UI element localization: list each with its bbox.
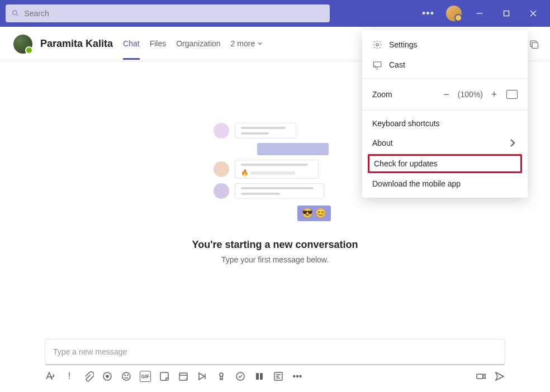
settings-dropdown: Settings Cast Zoom − (100%) + Keyboard s… — [362, 30, 528, 198]
svg-rect-32 — [477, 374, 483, 379]
tab-organization[interactable]: Organization — [176, 28, 220, 60]
svg-text:+: + — [185, 376, 188, 381]
menu-cast-label: Cast — [389, 60, 405, 69]
priority-button[interactable]: ! — [64, 371, 75, 382]
menu-check-updates-label: Check for updates — [374, 159, 438, 168]
menu-zoom: Zoom − (100%) + — [362, 82, 528, 107]
praise-button[interactable] — [216, 371, 227, 382]
loop-button[interactable] — [102, 371, 113, 382]
emoji-button[interactable] — [121, 371, 132, 382]
search-icon — [11, 9, 20, 18]
svg-marker-34 — [496, 372, 504, 380]
schedule-button[interactable]: + — [178, 371, 189, 382]
popout-icon[interactable] — [529, 39, 539, 49]
send-button[interactable] — [494, 371, 505, 382]
user-avatar[interactable] — [446, 6, 462, 21]
menu-download-mobile[interactable]: Download the mobile app — [362, 174, 528, 193]
chevron-down-icon — [257, 41, 263, 46]
menu-download-label: Download the mobile app — [372, 179, 461, 188]
svg-marker-22 — [199, 373, 205, 380]
zoom-out-button[interactable]: − — [440, 88, 453, 101]
menu-check-updates[interactable]: Check for updates — [369, 156, 520, 171]
menu-about[interactable]: About — [362, 133, 528, 153]
svg-rect-27 — [260, 373, 263, 380]
menu-about-label: About — [372, 138, 393, 147]
search-input[interactable] — [24, 9, 324, 18]
menu-divider — [362, 78, 528, 79]
maximize-button[interactable] — [494, 1, 519, 26]
svg-rect-3 — [504, 11, 509, 16]
svg-marker-33 — [483, 374, 485, 379]
minimize-button[interactable] — [467, 1, 492, 26]
tab-more-label: 2 more — [231, 39, 255, 48]
camera-button[interactable] — [475, 371, 486, 382]
compose-input[interactable]: Type a new message — [45, 339, 505, 365]
approval-button[interactable] — [235, 371, 246, 382]
svg-rect-26 — [256, 373, 259, 380]
tab-files[interactable]: Files — [150, 28, 167, 60]
illustration: 🔥 😎 😊 — [214, 123, 336, 223]
format-button[interactable] — [45, 371, 56, 382]
svg-line-1 — [17, 15, 18, 16]
poll-button[interactable] — [273, 371, 284, 382]
menu-settings[interactable]: Settings — [362, 35, 528, 55]
zoom-percent: (100%) — [458, 90, 483, 99]
zoom-label: Zoom — [372, 90, 440, 99]
tab-more[interactable]: 2 more — [231, 28, 263, 60]
menu-cast[interactable]: Cast — [362, 55, 528, 75]
svg-point-16 — [125, 375, 125, 375]
compose-area: Type a new message ! GIF + ••• — [45, 339, 505, 382]
title-bar: ••• — [0, 0, 550, 27]
svg-point-17 — [127, 375, 128, 375]
attach-button[interactable] — [83, 371, 94, 382]
gear-icon — [372, 40, 382, 50]
contact-avatar[interactable] — [13, 35, 32, 54]
menu-settings-label: Settings — [389, 40, 418, 49]
highlight-box: Check for updates — [368, 154, 522, 173]
svg-rect-12 — [373, 62, 381, 67]
more-button[interactable]: ••• — [292, 371, 303, 382]
svg-rect-10 — [532, 42, 538, 49]
svg-point-15 — [122, 372, 130, 380]
gif-button[interactable]: GIF — [140, 371, 151, 382]
svg-point-14 — [106, 375, 108, 377]
svg-rect-18 — [160, 372, 168, 380]
empty-subtitle: Type your first message below. — [192, 255, 358, 264]
zoom-in-button[interactable]: + — [487, 88, 501, 101]
contact-name: Paramita Kalita — [40, 38, 113, 50]
close-button[interactable] — [521, 1, 546, 26]
sticker-button[interactable] — [159, 371, 170, 382]
svg-point-11 — [376, 44, 379, 46]
svg-point-0 — [13, 11, 17, 15]
menu-divider — [362, 110, 528, 111]
menu-shortcuts-label: Keyboard shortcuts — [372, 119, 440, 128]
stream-button[interactable] — [197, 371, 208, 382]
empty-title: You're starting a new conversation — [192, 239, 358, 251]
tab-chat[interactable]: Chat — [123, 28, 140, 60]
svg-point-24 — [220, 373, 223, 376]
cast-icon — [372, 60, 382, 70]
search-box[interactable] — [6, 4, 330, 22]
compose-toolbar: ! GIF + ••• — [45, 371, 505, 382]
fullscreen-button[interactable] — [506, 90, 518, 99]
viva-button[interactable] — [254, 371, 265, 382]
more-menu-button[interactable]: ••• — [416, 1, 440, 26]
chevron-right-icon — [508, 138, 518, 148]
menu-keyboard-shortcuts[interactable]: Keyboard shortcuts — [362, 114, 528, 133]
